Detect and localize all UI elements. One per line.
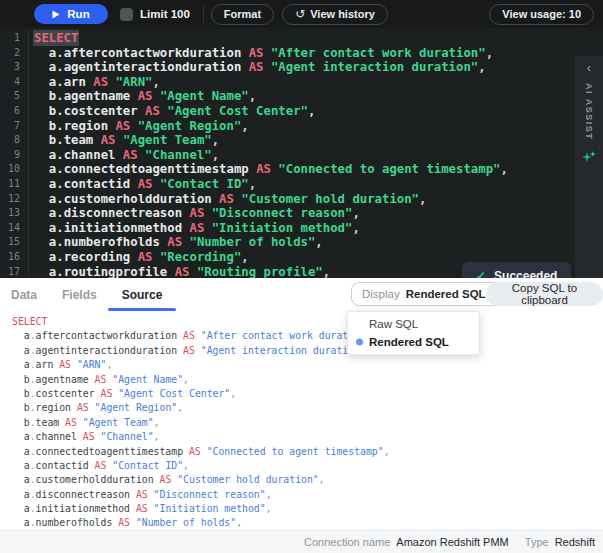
display-dropdown-value: Rendered SQL xyxy=(406,288,486,300)
status-bar: Connection name Amazon Redshift PMM Type… xyxy=(0,530,603,553)
code-line: a.channel AS "Channel", xyxy=(12,430,603,444)
type-label: Type xyxy=(525,536,549,548)
rendered-sql-view: SELECT a.aftercontactworkduration AS "Af… xyxy=(0,311,603,530)
menu-item-raw-sql[interactable]: Raw SQL xyxy=(348,315,479,333)
copy-sql-button[interactable]: Copy SQL to clipboard xyxy=(486,282,603,306)
toolbar-divider xyxy=(203,6,204,23)
display-dropdown-label: Display xyxy=(362,288,400,300)
code-line: a.customerholdduration AS "Customer hold… xyxy=(12,473,603,487)
line-number: 4 xyxy=(0,75,29,90)
run-button[interactable]: Run xyxy=(34,4,108,24)
line-number: 13 xyxy=(0,206,29,221)
line-number: 5 xyxy=(0,89,29,104)
connection-name-value: Amazon Redshift PMM xyxy=(396,536,508,548)
code-line: a.connectedtoagenttimestamp AS "Connecte… xyxy=(12,445,603,459)
code-line: 3 a.agentinteractionduration AS "Agent i… xyxy=(0,60,575,75)
selected-dot-icon xyxy=(356,339,363,346)
code-line: 10 a.connectedtoagenttimestamp AS "Conne… xyxy=(0,162,575,177)
code-line: a.disconnectreason AS "Disconnect reason… xyxy=(12,488,603,502)
line-number: 1 xyxy=(0,31,29,46)
code-line: a.agentinteractionduration AS "Agent int… xyxy=(12,344,603,358)
code-line: 13 a.disconnectreason AS "Disconnect rea… xyxy=(0,206,575,221)
tab-fields[interactable]: Fields xyxy=(62,278,97,311)
line-number: 15 xyxy=(0,235,29,250)
code-line: 9 a.channel AS "Channel", xyxy=(0,148,575,163)
copy-sql-button-label: Copy SQL to clipboard xyxy=(512,282,577,306)
code-line: a.aftercontactworkduration AS "After con… xyxy=(12,329,603,343)
view-usage-button[interactable]: View usage: 10 xyxy=(489,4,594,25)
code-line: SELECT xyxy=(12,315,603,329)
connection-name-label: Connection name xyxy=(304,536,390,548)
run-button-label: Run xyxy=(67,8,89,20)
line-number: 7 xyxy=(0,119,29,134)
collapse-chevron-icon[interactable]: ‹ xyxy=(587,61,591,75)
code-line: a.initiationmethod AS "Initiation method… xyxy=(12,502,603,516)
view-history-button[interactable]: ↺ View history xyxy=(282,4,388,25)
toolbar: Run Limit 100 Format ↺ View history View… xyxy=(0,0,603,28)
line-number: 2 xyxy=(0,46,29,61)
code-line: 11 a.contactid AS "Contact ID", xyxy=(0,177,575,192)
code-line: 7 b.region AS "Agent Region", xyxy=(0,119,575,134)
code-line: 1SELECT xyxy=(0,31,575,46)
line-number: 3 xyxy=(0,60,29,75)
code-line: 2 a.aftercontactworkduration AS "After c… xyxy=(0,46,575,61)
code-line: b.region AS "Agent Region", xyxy=(12,401,603,415)
line-number: 16 xyxy=(0,250,29,265)
sparkles-icon[interactable] xyxy=(582,150,596,164)
code-line: b.costcenter AS "Agent Cost Center", xyxy=(12,387,603,401)
sql-query-tool-window: Run Limit 100 Format ↺ View history View… xyxy=(0,0,603,553)
line-number: 14 xyxy=(0,221,29,236)
line-number: 6 xyxy=(0,104,29,119)
menu-item-label: Raw SQL xyxy=(369,318,418,330)
type-value: Redshift xyxy=(555,536,595,548)
code-line: 6 b.costcenter AS "Agent Cost Center", xyxy=(0,104,575,119)
play-icon xyxy=(52,10,60,19)
menu-item-label: Rendered SQL xyxy=(369,336,449,348)
line-number: 12 xyxy=(0,192,29,207)
limit-label: Limit 100 xyxy=(140,8,190,20)
format-button-label: Format xyxy=(224,8,261,20)
code-line: a.arn AS "ARN", xyxy=(12,358,603,372)
tab-source[interactable]: Source xyxy=(122,278,163,311)
code-line: 14 a.initiationmethod AS "Initiation met… xyxy=(0,221,575,236)
code-line: 12 a.customerholdduration AS "Customer h… xyxy=(0,192,575,207)
display-menu: Raw SQLRendered SQL xyxy=(347,311,480,355)
limit-checkbox[interactable] xyxy=(120,8,133,21)
format-button[interactable]: Format xyxy=(211,4,274,25)
history-icon: ↺ xyxy=(295,8,305,20)
tab-data[interactable]: Data xyxy=(11,278,37,311)
code-line: 5 b.agentname AS "Agent Name", xyxy=(0,89,575,104)
code-line: a.numberofholds AS "Number of holds", xyxy=(12,516,603,530)
results-tabbar: DataFieldsSource Display Rendered SQL Co… xyxy=(0,278,603,311)
ai-assist-rail: ‹ AI ASSIST xyxy=(575,56,603,306)
view-history-label: View history xyxy=(310,8,375,20)
line-number: 17 xyxy=(0,265,29,279)
code-line: 4 a.arn AS "ARN", xyxy=(0,75,575,90)
menu-item-rendered-sql[interactable]: Rendered SQL xyxy=(348,333,479,351)
view-usage-label: View usage: 10 xyxy=(502,8,581,20)
line-number: 9 xyxy=(0,148,29,163)
sql-editor-panel: 1SELECT2 a.aftercontactworkduration AS "… xyxy=(0,28,603,278)
code-line: 15 a.numberofholds AS "Number of holds", xyxy=(0,235,575,250)
code-line: a.contactid AS "Contact ID", xyxy=(12,459,603,473)
ai-assist-label: AI ASSIST xyxy=(584,83,594,140)
line-number: 8 xyxy=(0,133,29,148)
sql-editor[interactable]: 1SELECT2 a.aftercontactworkduration AS "… xyxy=(0,28,575,278)
code-line: 8 b.team AS "Agent Team", xyxy=(0,133,575,148)
code-line: b.team AS "Agent Team", xyxy=(12,416,603,430)
line-number: 10 xyxy=(0,162,29,177)
line-number: 11 xyxy=(0,177,29,192)
code-line: b.agentname AS "Agent Name", xyxy=(12,373,603,387)
